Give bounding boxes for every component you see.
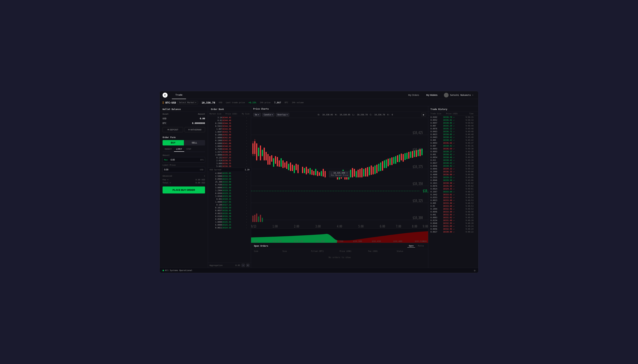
place-order-button[interactable]: PLACE BUY ORDER bbox=[163, 186, 205, 194]
ask-size: 2.0000 bbox=[210, 136, 222, 139]
bid-row[interactable]: 3.0000 10331.00 - bbox=[208, 186, 251, 189]
chart-forward-button[interactable]: ▶ bbox=[421, 113, 426, 116]
bid-row[interactable]: 3.0268 10329.00 - bbox=[208, 195, 251, 198]
tab-fills[interactable]: Fills bbox=[416, 244, 425, 248]
ask-row[interactable]: 0.2999 10344.35 - bbox=[208, 122, 251, 125]
ask-row[interactable]: 0.1000 10342.90 - bbox=[208, 133, 251, 136]
bid-row[interactable]: 1.0000 10325.45 - bbox=[208, 220, 251, 224]
ask-size: 0.7599 bbox=[210, 148, 222, 150]
bid-my-size: - bbox=[236, 212, 247, 214]
buy-tab[interactable]: BUY bbox=[163, 140, 184, 146]
aggregation-increase-button[interactable]: + bbox=[246, 264, 249, 267]
ask-row[interactable]: 3.000 10336.35 - bbox=[208, 162, 251, 165]
overlay-selector[interactable]: Overlay ▾ bbox=[276, 113, 289, 116]
bid-row[interactable]: 2.5000 10334.95 - bbox=[208, 175, 251, 178]
limit-price-input[interactable] bbox=[163, 167, 198, 172]
trade-time: 9:49:13 bbox=[461, 168, 473, 170]
ask-row[interactable]: 0.132 10337.35 - bbox=[208, 156, 251, 159]
bid-row[interactable]: 0.001 10328.15 - bbox=[208, 198, 251, 200]
svg-rect-74 bbox=[356, 171, 357, 178]
tab-market[interactable]: MARKET bbox=[163, 147, 174, 152]
nav-tab-trade[interactable]: Trade bbox=[172, 91, 186, 99]
app-logo[interactable]: C bbox=[163, 92, 168, 98]
chart-type-selector[interactable]: Candle ▾ bbox=[262, 113, 274, 116]
tab-stop[interactable]: STOP bbox=[184, 147, 193, 152]
spread-value: 1.19 bbox=[245, 168, 250, 171]
svg-rect-35 bbox=[269, 156, 270, 164]
amount-input[interactable] bbox=[169, 157, 199, 162]
ask-row[interactable]: 3.14 10344.45 - bbox=[208, 116, 251, 119]
bid-row[interactable]: 0.0500 10325.75 - bbox=[208, 218, 251, 220]
trade-history-row: 0.0083 10331.02 ↗ 9:48:43 bbox=[428, 216, 478, 219]
bid-row[interactable]: 0.6168 10326.30 - bbox=[208, 215, 251, 218]
bid-price: 10329.00 bbox=[222, 195, 236, 197]
deposit-button[interactable]: ⊕ DEPOSIT bbox=[163, 127, 183, 132]
bid-my-size: - bbox=[236, 192, 247, 194]
ask-row[interactable]: 5.601 10336.30 - bbox=[208, 165, 251, 168]
ask-row[interactable]: 1.0047 10343.75 - bbox=[208, 130, 251, 133]
ask-row[interactable]: 0.01 10344.40 - bbox=[208, 119, 251, 122]
trade-price: 10333.00 ↗ bbox=[443, 202, 461, 204]
bid-row[interactable]: 0.0037 10326.45 - bbox=[208, 209, 251, 212]
ask-row[interactable]: 2.0000 10342.85 - bbox=[208, 136, 251, 139]
bid-row[interactable]: 25.300 10333.00 - bbox=[208, 180, 251, 183]
bid-row[interactable]: 6.0000 10325.25 - bbox=[208, 224, 251, 226]
svg-rect-107 bbox=[418, 150, 419, 156]
timeframe-selector[interactable]: 5m ▾ bbox=[253, 113, 261, 116]
ask-row[interactable]: 2.414 10336.55 - bbox=[208, 159, 251, 162]
settings-icon[interactable]: ⚙ bbox=[474, 269, 475, 272]
bid-row[interactable]: 0.1022 10326.50 - bbox=[208, 206, 251, 209]
ask-row[interactable]: 1.007 10344.00 - bbox=[208, 128, 251, 130]
trade-price: 10335.29 ↗ bbox=[443, 125, 461, 127]
withdraw-button[interactable]: ⊖ WITHDRAW bbox=[185, 127, 205, 132]
trade-time: 9:49:06 bbox=[461, 176, 473, 178]
open-orders-header: Open Orders Open Fills bbox=[251, 243, 428, 249]
trade-history-row: 0.007 10335.29 ↗ 9:49:49 bbox=[428, 124, 478, 127]
bid-row[interactable]: 0.0023 10326.40 - bbox=[208, 212, 251, 215]
open-orders-panel: Open Orders Open Fills Side Size Filled … bbox=[251, 243, 428, 268]
bid-my-size: - bbox=[236, 178, 247, 180]
bid-row[interactable]: 0.0021 10324.50 - bbox=[208, 226, 251, 229]
max-label[interactable]: Max bbox=[163, 158, 169, 162]
bid-row[interactable]: 1.2904 10329.35 - bbox=[208, 189, 251, 192]
trade-history-row: 0.0016 10331.00 ↗ 9:48:24 bbox=[428, 225, 478, 228]
spread-label: USD Spread bbox=[210, 168, 221, 171]
bid-row[interactable]: 0.0984 10333.50 - bbox=[208, 178, 251, 180]
svg-rect-43 bbox=[284, 162, 286, 168]
svg-text:$10,180: $10,180 bbox=[273, 240, 282, 242]
bid-my-size: - bbox=[236, 224, 247, 226]
trade-size: 0.0046 bbox=[430, 179, 443, 181]
svg-rect-39 bbox=[277, 157, 278, 166]
advanced-toggle[interactable]: Advanced ▾ bbox=[163, 174, 205, 178]
ask-row[interactable]: 3.0000 10339.25 - bbox=[208, 153, 251, 156]
bid-row[interactable]: 0.100 10327.25 - bbox=[208, 203, 251, 206]
user-menu[interactable]: Satoshi Nakamoto ▾ bbox=[442, 92, 475, 98]
sell-tab[interactable]: SELL bbox=[184, 140, 205, 146]
bid-row[interactable]: 4.0045 10335.05 - bbox=[208, 172, 251, 175]
bid-row[interactable]: 0.0999 10329.25 - bbox=[208, 192, 251, 195]
total-row: Total ≈ 0.00 USD bbox=[163, 181, 205, 184]
trade-history-row: 0.3442 10333.01 ↗ 9:48:54 bbox=[428, 193, 478, 196]
ask-size: 1.0047 bbox=[210, 131, 222, 133]
ask-row[interactable]: 1.0000 10340.65 - bbox=[208, 145, 251, 148]
select-market-dropdown[interactable]: Select Market ▾ bbox=[177, 101, 198, 104]
tab-open[interactable]: Open bbox=[407, 244, 415, 248]
ask-row[interactable]: 0.7599 10340.35 - bbox=[208, 148, 251, 150]
main-chart-area: $10,425 $10,400 $10,375 $10,350 $10,336.… bbox=[251, 118, 428, 228]
my-orders-button[interactable]: My Orders bbox=[405, 92, 422, 98]
ask-row[interactable]: 0.1000 10342.65 - bbox=[208, 139, 251, 142]
bid-row[interactable]: 1.0000 10327.95 - bbox=[208, 200, 251, 203]
tab-limit[interactable]: LIMIT bbox=[174, 147, 184, 152]
my-wallets-button[interactable]: My Wallets bbox=[423, 92, 440, 98]
ask-row[interactable]: 0.6000 10341.80 - bbox=[208, 142, 251, 145]
ask-row[interactable]: 1.4371 10340.00 - bbox=[208, 150, 251, 153]
bid-row[interactable]: 0.7599 10332.90 - bbox=[208, 183, 251, 186]
ask-price: 10344.40 bbox=[222, 119, 236, 122]
chart-ohlcv: O: 10,338.05 H: 10,338.05 L: 10,336.78 C… bbox=[318, 114, 393, 116]
trade-time: 9:49:20 bbox=[461, 162, 473, 164]
ask-row[interactable]: 0.5922 10344.30 - bbox=[208, 125, 251, 128]
trade-time: 9:49:20 bbox=[461, 156, 473, 158]
trade-history-row: 0.0023 10338.05 ↗ 9:49:48 bbox=[428, 133, 478, 136]
aggregation-decrease-button[interactable]: − bbox=[242, 264, 245, 267]
trade-size: 0.0083 bbox=[430, 216, 443, 218]
